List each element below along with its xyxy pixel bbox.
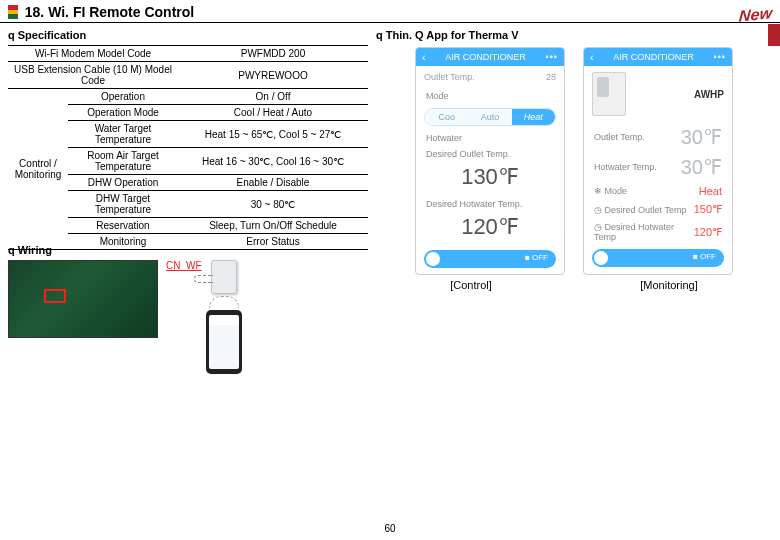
mode-label: Mode (426, 91, 449, 101)
mode-label-row: Mode (416, 88, 564, 104)
power-toggle[interactable]: ■ OFF (424, 250, 556, 268)
caption-control: [Control] (450, 279, 492, 291)
hotwater-label: Hotwater (426, 133, 462, 143)
row-label: Operation Mode (68, 105, 178, 121)
svg-rect-2 (8, 14, 18, 19)
toggle-label: ■ OFF (693, 252, 716, 261)
wifi-modem-icon (211, 260, 237, 294)
phone-control: ‹ AIR CONDITIONER ••• Outlet Temp. 28 Mo… (415, 47, 565, 275)
hotwater-row: Hotwater (416, 130, 564, 146)
d-hotwater-row: ◷ Desired Hotwater Temp 120℉ (584, 219, 732, 245)
wiring-header: q Wiring (8, 244, 368, 256)
phone-top-bar: ‹ AIR CONDITIONER ••• (584, 48, 732, 66)
spec-table: Wi-Fi Modem Model Code PWFMDD 200 USB Ex… (8, 45, 368, 250)
outlet-label: Outlet Temp. (594, 132, 645, 142)
new-badge: New (738, 4, 773, 25)
row-label: Operation (68, 89, 178, 105)
desired-hotwater-row: Desired Hotwater Temp. (416, 196, 564, 212)
page-number: 60 (384, 523, 395, 534)
d-outlet-row: ◷ Desired Outlet Temp 150℉ (584, 200, 732, 219)
svg-rect-1 (8, 10, 18, 14)
sub-label: Outlet Temp. (424, 72, 475, 82)
accent-strip (768, 24, 780, 46)
wifi-signal-icon (209, 296, 239, 308)
row-label: Wi-Fi Modem Model Code (8, 46, 178, 62)
row-label: DHW Target Temperature (68, 191, 178, 218)
phone-title: AIR CONDITIONER (445, 52, 526, 62)
captions: [Control] [Monitoring] (376, 279, 772, 291)
power-toggle[interactable]: ■ OFF (592, 249, 724, 267)
seg-heat[interactable]: Heat (512, 109, 555, 125)
outlet-value: 30℉ (681, 125, 722, 149)
row-value: PWYREWOOO (178, 62, 368, 89)
row-value: Sleep, Turn On/Off Schedule (178, 218, 368, 234)
seg-auto[interactable]: Auto (468, 109, 511, 125)
caption-monitoring: [Monitoring] (640, 279, 697, 291)
phone-top-bar: ‹ AIR CONDITIONER ••• (416, 48, 564, 66)
back-icon[interactable]: ‹ (422, 51, 426, 63)
more-icon[interactable]: ••• (714, 52, 726, 62)
desired-outlet-row: Desired Outlet Temp. (416, 146, 564, 162)
group-label: Control / Monitoring (8, 89, 68, 250)
sub-value: 28 (546, 72, 556, 82)
row-value: Heat 16 ~ 30℃, Cool 16 ~ 30℃ (178, 148, 368, 175)
d-hot-label: Desired Hotwater Temp (594, 222, 674, 242)
mode-segmented[interactable]: Coo Auto Heat (424, 108, 556, 126)
svg-rect-0 (8, 5, 18, 10)
d-outlet-value: 150℉ (694, 203, 722, 216)
desired-outlet-value: 130℉ (416, 162, 564, 196)
page-title: 18. Wi. FI Remote Control (25, 4, 194, 20)
phone-monitoring: ‹ AIR CONDITIONER ••• AWHP Outlet Temp. … (583, 47, 733, 275)
table-row: Wi-Fi Modem Model Code PWFMDD 200 (8, 46, 368, 62)
title-bar: 18. Wi. FI Remote Control (0, 0, 780, 23)
app-header: q Thin. Q App for Therma V (376, 29, 772, 41)
phone-icon (206, 310, 242, 374)
desired-outlet-label: Desired Outlet Temp. (426, 149, 510, 159)
row-value: Enable / Disable (178, 175, 368, 191)
pcb-highlight (44, 289, 66, 303)
row-label: Water Target Temperature (68, 121, 178, 148)
d-hot-value: 120℉ (694, 226, 722, 239)
pcb-image (8, 260, 158, 338)
hotwater-temp-row: Hotwater Temp. 30℉ (584, 152, 732, 182)
desired-hotwater-label: Desired Hotwater Temp. (426, 199, 522, 209)
phone-title: AIR CONDITIONER (613, 52, 694, 62)
phone-subheader: Outlet Temp. 28 (416, 66, 564, 88)
device-name: AWHP (694, 89, 724, 100)
hotwater-value: 30℉ (681, 155, 722, 179)
connector-label: CN_WF (166, 260, 202, 271)
table-row: USB Extension Cable (10 M) Model Code PW… (8, 62, 368, 89)
device-row: AWHP (584, 66, 732, 122)
mode-label: Mode (605, 186, 628, 196)
hotwater-label: Hotwater Temp. (594, 162, 657, 172)
back-icon[interactable]: ‹ (590, 51, 594, 63)
mode-row: ❄ Mode Heat (584, 182, 732, 200)
row-value: On / Off (178, 89, 368, 105)
row-label: DHW Operation (68, 175, 178, 191)
device-image (592, 72, 626, 116)
row-value: 30 ~ 80℃ (178, 191, 368, 218)
outlet-temp-row: Outlet Temp. 30℉ (584, 122, 732, 152)
toggle-label: ■ OFF (525, 253, 548, 262)
flag-icon (8, 5, 18, 19)
seg-cool[interactable]: Coo (425, 109, 468, 125)
row-label: Room Air Target Temperature (68, 148, 178, 175)
row-label: USB Extension Cable (10 M) Model Code (8, 62, 178, 89)
row-value: Cool / Heat / Auto (178, 105, 368, 121)
spec-header: q Specification (8, 29, 368, 41)
desired-hotwater-value: 120℉ (416, 212, 564, 246)
wiring-diagram: CN_WF (8, 260, 368, 374)
d-outlet-label: Desired Outlet Temp (605, 205, 687, 215)
mode-value: Heat (699, 185, 722, 197)
row-label: Reservation (68, 218, 178, 234)
table-row: Control / Monitoring Operation On / Off (8, 89, 368, 105)
row-value: Heat 15 ~ 65℃, Cool 5 ~ 27℃ (178, 121, 368, 148)
more-icon[interactable]: ••• (546, 52, 558, 62)
row-value: PWFMDD 200 (178, 46, 368, 62)
